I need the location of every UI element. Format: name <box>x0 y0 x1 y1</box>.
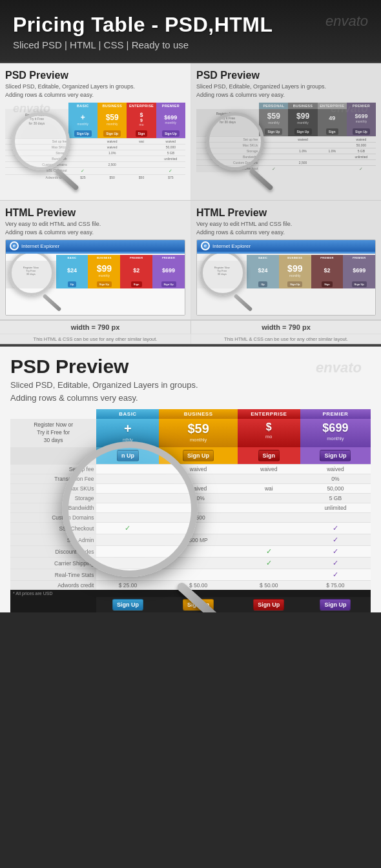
register-cell: Register Now orTry it Free for30 days <box>10 419 96 447</box>
txn-fee-basic <box>96 474 159 484</box>
browser-bar-left: e Internet Explorer <box>6 240 185 252</box>
signup-business-btn[interactable]: Sign Up <box>183 450 214 461</box>
signup-basic-btn[interactable]: n Up <box>117 450 139 461</box>
width-label-left: width = 790 px <box>0 321 190 334</box>
btn-basic-tl[interactable]: Sign Up <box>74 130 92 137</box>
browser-bar-right: e Internet Explorer <box>197 240 375 252</box>
discount-codes-basic <box>96 546 159 558</box>
btn-business-tr[interactable]: Sign Up <box>294 128 312 135</box>
carrier-shipping-label: Carrier Shipping <box>10 558 96 569</box>
btn-premier-tr[interactable]: Sign Up <box>353 128 370 135</box>
col-enterprise-header: ENTERPRISE <box>238 409 300 419</box>
discount-codes-premier: ✓ <box>300 546 371 558</box>
ie-icon-right: e <box>201 241 210 250</box>
basic-price-period: nthly <box>123 437 133 443</box>
realtime-stats-basic <box>96 569 159 581</box>
col-premier-header: PREMIER <box>300 409 371 419</box>
table-row: Max SKUs waived wai 50,000 <box>10 484 371 494</box>
bottom-signup-business: Sign Up <box>159 597 237 612</box>
price-enterprise-tr: 49 <box>318 109 347 127</box>
table-row: Discount Codes ✓ ✓ <box>10 546 371 558</box>
register-tr: Register Now orTry it Freefor 30 days <box>196 109 259 127</box>
register-tl: Register Now orTry it Freefor 30 days <box>5 109 68 129</box>
bottom-signup-basic: Sign Up <box>96 597 159 612</box>
bandwidth-premier: unlimited <box>300 503 371 513</box>
ssl-admin-enterprise <box>238 534 300 546</box>
adwords-enterprise: $ 50.00 <box>238 581 300 590</box>
signup-register-cell <box>10 447 96 465</box>
table-header-row: BASIC BUSINESS ENTERPRISE PREMIER <box>10 409 371 419</box>
signup-enterprise-btn[interactable]: Sign <box>258 450 280 461</box>
top-previews: envato PSD Preview Sliced PSD, Editable,… <box>0 63 381 344</box>
signup-premier-cell: Sign Up <box>300 447 371 465</box>
col-basic-tr: PERSONAL <box>259 103 288 109</box>
bottom-btn-business[interactable]: Sign Up <box>183 599 214 611</box>
txn-fee-premier: 0% <box>300 474 371 484</box>
page-subtitle: Sliced PSD | HTML | CSS | Ready to use <box>13 39 368 50</box>
discount-codes-business <box>159 546 237 558</box>
bandwidth-basic <box>96 503 159 513</box>
col-enterprise-tl: ENTERPRISE <box>127 103 156 109</box>
btn-business-tl[interactable]: Sign Up <box>103 130 121 137</box>
btn-basic-tr[interactable]: Sign Up <box>265 128 282 135</box>
custom-domains-enterprise <box>238 513 300 523</box>
col-business-header: BUSINESS <box>159 409 237 419</box>
bandwidth-enterprise <box>238 503 300 513</box>
col-basic-header: BASIC <box>96 409 159 419</box>
discount-codes-enterprise: ✓ <box>238 546 300 558</box>
html-preview-sections: HTML Preview Very easy to edit HTML and … <box>0 201 381 320</box>
col-premier-tl: PREMIER <box>156 103 185 109</box>
bottom-btn-premier[interactable]: Sign Up <box>320 599 351 611</box>
table-row: Storage 1.0% 5 GB <box>10 494 371 503</box>
custom-domains-basic <box>96 513 159 523</box>
check-carrier-enterprise: ✓ <box>266 559 272 567</box>
realtime-stats-label: Real-Time Stats <box>10 569 96 581</box>
large-psd-section: envato PSD Preview Sliced PSD, Editable,… <box>0 347 381 612</box>
adwords-label: Adwords credit <box>10 581 96 590</box>
width-note-right: This HTML & CSS can be use for any other… <box>190 334 381 344</box>
bottom-btn-enterprise[interactable]: Sign Up <box>253 599 284 611</box>
bandwidth-business <box>159 503 237 513</box>
browser-title-right: Internet Explorer <box>212 243 251 249</box>
signup-premier-btn[interactable]: Sign Up <box>320 450 351 461</box>
html-preview-left: HTML Preview Very easy to edit HTML and … <box>0 201 190 319</box>
ie-icon-left: e <box>10 241 19 250</box>
magnifier-handle-html-left <box>42 294 61 312</box>
price-basic-tr: $59 monthly <box>259 109 288 127</box>
table-row: Transaction Fee 0% <box>10 474 371 484</box>
setup-fee-basic <box>96 465 159 474</box>
width-label-right: width = 790 px <box>190 321 381 334</box>
btn-enterprise-tl[interactable]: Sign <box>136 130 148 137</box>
business-price-amount: $59 <box>160 421 236 436</box>
page-header: envato Pricing Table - PSD,HTML Sliced P… <box>0 0 381 63</box>
ssl-admin-premier: ✓ <box>300 534 371 546</box>
price-row: Register Now orTry it Free for30 days + … <box>10 419 371 447</box>
table-row: Custom Domains 2,500 <box>10 513 371 523</box>
top-row-previews: envato PSD Preview Sliced PSD, Editable,… <box>0 63 381 201</box>
psd-sub-tr: Sliced PSD, Editable, Organized Layers i… <box>196 83 376 99</box>
realtime-stats-business <box>159 569 237 581</box>
carrier-shipping-basic <box>96 558 159 569</box>
check-discount-premier: ✓ <box>333 547 338 555</box>
txn-fee-enterprise <box>238 474 300 484</box>
price-basic-tl: + monthly <box>68 109 98 129</box>
enterprise-price-cell: $ mo <box>238 419 300 447</box>
html-sub-right: Very easy to edit HTML and CSS file.Addi… <box>196 220 376 236</box>
setup-fee-enterprise: waived <box>238 465 300 474</box>
setup-fee-label: Set up fee <box>10 465 96 474</box>
html-preview-right: HTML Preview Very easy to edit HTML and … <box>190 201 381 319</box>
html-title-right: HTML Preview <box>196 207 376 219</box>
bottom-btn-basic[interactable]: Sign Up <box>112 599 143 611</box>
price-premier-tl: $699 monthly <box>156 109 185 129</box>
check-ssl-premier: ✓ <box>333 524 338 532</box>
custom-domains-premier <box>300 513 371 523</box>
check-ssl-admin-premier: ✓ <box>333 536 338 543</box>
btn-enterprise-tr[interactable]: Sign <box>326 128 338 135</box>
premier-price-period: monthly <box>327 436 344 441</box>
price-premier-tr: $699 monthly <box>347 109 376 127</box>
btn-premier-tl[interactable]: Sign Up <box>162 130 180 137</box>
note-cell: * All prices are USD <box>10 590 371 597</box>
adwords-row: Adwords credit $ 25.00 $ 50.00 $ 50.00 $… <box>10 581 371 590</box>
browser-content-right: BASIC BUSINESS PREMIER PREMIER Register … <box>197 254 375 315</box>
col-basic-tl: BASIC <box>68 103 98 109</box>
